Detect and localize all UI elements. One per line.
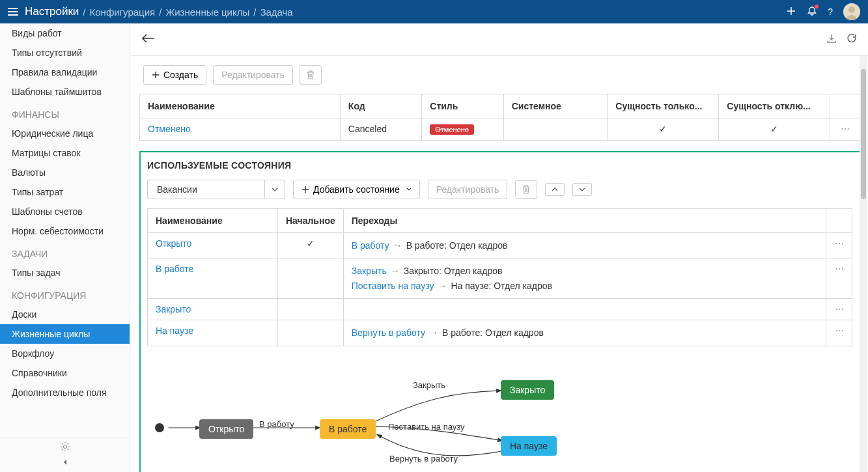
sidebar-item[interactable]: Жизненные циклы: [0, 324, 130, 344]
breadcrumb-root[interactable]: Настройки: [25, 5, 79, 18]
transition-action-link[interactable]: Поставить на паузу: [352, 279, 434, 293]
breadcrumb-item[interactable]: Задача: [260, 7, 292, 18]
sidebar-item[interactable]: Виды работ: [0, 23, 130, 43]
table-row[interactable]: Отменено Canceled Отменено ✓ ✓ ⋯: [140, 118, 860, 141]
breadcrumb-item[interactable]: Жизненные циклы: [165, 7, 249, 18]
bell-icon[interactable]: [807, 6, 817, 18]
sidebar: Виды работТипы отсутствийПравила валидац…: [0, 23, 130, 472]
arrow-icon: →: [438, 279, 447, 293]
diagram-node-working: В работе: [320, 419, 376, 439]
breadcrumb: Настройки / Конфигурация / Жизненные цик…: [25, 5, 293, 18]
row-actions[interactable]: ⋯: [826, 258, 852, 299]
col-entity-only[interactable]: Сущность только...: [608, 94, 719, 118]
diagram-start: [155, 423, 164, 432]
scrollbar[interactable]: [860, 56, 867, 472]
app-header: Настройки / Конфигурация / Жизненные цик…: [0, 0, 868, 23]
menu-toggle[interactable]: [8, 8, 18, 16]
state-name-link[interactable]: На паузе: [156, 326, 193, 336]
sidebar-item[interactable]: Типы затрат: [0, 182, 130, 202]
chevron-down-icon[interactable]: [264, 180, 285, 199]
sidebar-item[interactable]: Матрицы ставок: [0, 143, 130, 163]
arrow-icon: →: [393, 238, 402, 253]
table-row[interactable]: В работеЗакрыть→Закрыто: Отдел кадровПос…: [148, 258, 852, 299]
row-name-link[interactable]: Отменено: [148, 124, 191, 134]
row-actions[interactable]: ⋯: [826, 233, 852, 258]
transitions-table: Наименование Начальное Переходы Открыто✓…: [147, 208, 852, 346]
diagram-node-closed: Закрыто: [501, 380, 554, 400]
sidebar-item[interactable]: Правила валидации: [0, 62, 130, 82]
gear-icon[interactable]: [60, 441, 70, 454]
sidebar-item[interactable]: Валюты: [0, 163, 130, 182]
back-button[interactable]: [142, 34, 155, 45]
initial-cell: [278, 299, 344, 320]
refresh-icon[interactable]: [846, 33, 856, 46]
svg-point-2: [63, 445, 66, 449]
initial-cell: [278, 320, 344, 346]
breadcrumb-item[interactable]: Конфигурация: [90, 7, 156, 18]
transition-target: В работе: Отдел кадров: [442, 326, 544, 340]
col-name[interactable]: Наименование: [140, 94, 341, 118]
style-badge: Отменено: [430, 124, 474, 135]
transition-action-link[interactable]: Закрыть: [352, 264, 387, 278]
initial-cell: ✓: [278, 233, 344, 258]
sidebar-item[interactable]: Типы задач: [0, 263, 130, 283]
sidebar-item[interactable]: Доски: [0, 305, 130, 324]
transition-target: В работе: Отдел кадров: [406, 238, 508, 253]
sidebar-item[interactable]: Дополнительные поля: [0, 383, 130, 402]
sidebar-item[interactable]: Типы отсутствий: [0, 43, 130, 62]
col-code[interactable]: Код: [340, 94, 421, 118]
help-icon[interactable]: ?: [828, 7, 833, 17]
edge-label: В работу: [259, 419, 294, 429]
col-entity-off[interactable]: Сущность отклю...: [719, 94, 830, 118]
sidebar-item[interactable]: Шаблоны счетов: [0, 202, 130, 221]
state-diagram: Открыто В работе Закрыто На паузе В рабо…: [147, 359, 856, 470]
sidebar-item[interactable]: Юридические лица: [0, 124, 130, 143]
edge-label: Закрыть: [413, 380, 445, 390]
used-states-panel: ИСПОЛЬЗУЕМЫЕ СОСТОЯНИЯ Вакансии Добавить…: [139, 151, 864, 472]
edit-state-button[interactable]: Редактировать: [428, 180, 508, 199]
col-system[interactable]: Системное: [503, 94, 608, 118]
add-state-button[interactable]: Добавить состояние: [293, 180, 420, 199]
col-style[interactable]: Стиль: [422, 94, 503, 118]
download-icon[interactable]: [826, 33, 837, 46]
delete-button[interactable]: [300, 65, 322, 85]
sidebar-item[interactable]: Справочники: [0, 363, 130, 383]
transitions-cell: Закрыть→Закрыто: Отдел кадровПоставить н…: [343, 258, 826, 299]
edge-label: Поставить на паузу: [388, 422, 465, 432]
avatar[interactable]: [843, 3, 860, 20]
diagram-node-open: Открыто: [199, 419, 253, 439]
transition-action-link[interactable]: Вернуть в работу: [352, 326, 425, 340]
row-actions[interactable]: ⋯: [830, 118, 860, 141]
table-row[interactable]: Открыто✓В работу→В работе: Отдел кадров⋯: [148, 233, 852, 258]
sidebar-item[interactable]: Норм. себестоимости: [0, 221, 130, 241]
delete-state-button[interactable]: [515, 180, 537, 199]
state-name-link[interactable]: Закрыто: [156, 304, 191, 314]
sidebar-item[interactable]: Шаблоны таймшитов: [0, 82, 130, 102]
transition-target: На паузе: Отдел кадров: [451, 279, 552, 293]
edit-button[interactable]: Редактировать: [213, 65, 293, 85]
move-down-button[interactable]: [572, 183, 592, 196]
transition-action-link[interactable]: В работу: [352, 238, 389, 253]
row-actions[interactable]: ⋯: [826, 299, 852, 320]
sidebar-item[interactable]: Воркфлоу: [0, 344, 130, 363]
collapse-icon[interactable]: [61, 458, 69, 468]
svg-point-1: [848, 7, 855, 13]
transitions-cell: [343, 299, 826, 320]
states-table: Наименование Код Стиль Системное Сущност…: [139, 94, 860, 141]
table-row[interactable]: На паузеВернуть в работу→В работе: Отдел…: [148, 320, 852, 346]
sidebar-section-title: КОНФИГУРАЦИЯ: [0, 283, 130, 305]
panel-title: ИСПОЛЬЗУЕМЫЕ СОСТОЯНИЯ: [147, 160, 856, 171]
plus-icon[interactable]: [786, 6, 796, 18]
create-button[interactable]: Создать: [143, 65, 206, 85]
arrow-icon: →: [429, 326, 438, 340]
transitions-cell: Вернуть в работу→В работе: Отдел кадров: [343, 320, 826, 346]
table-row[interactable]: Закрыто⋯: [148, 299, 852, 320]
arrow-icon: →: [391, 264, 400, 278]
state-name-link[interactable]: Открыто: [156, 238, 191, 249]
checkmark: ✓: [719, 118, 830, 141]
move-up-button[interactable]: [545, 183, 565, 196]
checkmark: ✓: [608, 118, 719, 141]
state-name-link[interactable]: В работе: [156, 264, 193, 274]
row-actions[interactable]: ⋯: [826, 320, 852, 346]
entity-dropdown[interactable]: Вакансии: [147, 180, 285, 199]
